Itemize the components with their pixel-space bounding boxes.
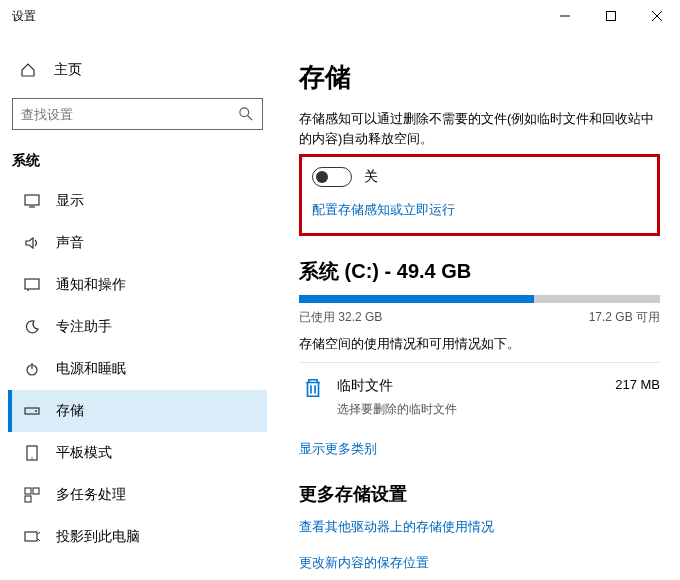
nav-multitasking[interactable]: 多任务处理: [8, 474, 267, 516]
nav-label: 电源和睡眠: [56, 360, 126, 378]
close-button[interactable]: [634, 0, 680, 32]
usage-bar-used: [299, 295, 534, 303]
tablet-icon: [22, 445, 42, 461]
drive-title: 系统 (C:) - 49.4 GB: [299, 258, 660, 285]
svg-rect-9: [25, 488, 31, 494]
change-save-location-link[interactable]: 更改新内容的保存位置: [299, 554, 660, 572]
usage-bar: [299, 295, 660, 303]
nav-label: 多任务处理: [56, 486, 126, 504]
message-icon: [22, 277, 42, 293]
usage-bar-free: [534, 295, 660, 303]
svg-rect-12: [25, 532, 37, 541]
nav-display[interactable]: 显示: [8, 180, 267, 222]
nav-focus-assist[interactable]: 专注助手: [8, 306, 267, 348]
nav-tablet-mode[interactable]: 平板模式: [8, 432, 267, 474]
search-icon: [230, 107, 262, 121]
nav-label: 通知和操作: [56, 276, 126, 294]
svg-point-1: [240, 108, 249, 117]
category-name: 临时文件: [337, 377, 615, 395]
free-label: 17.2 GB 可用: [589, 309, 660, 326]
svg-rect-10: [33, 488, 39, 494]
highlighted-section: 关 配置存储感知或立即运行: [299, 154, 660, 236]
nav-power-sleep[interactable]: 电源和睡眠: [8, 348, 267, 390]
power-icon: [22, 361, 42, 377]
nav-label: 显示: [56, 192, 84, 210]
svg-point-6: [35, 410, 37, 412]
configure-storage-sense-link[interactable]: 配置存储感知或立即运行: [312, 201, 647, 219]
storage-sense-description: 存储感知可以通过删除不需要的文件(例如临时文件和回收站中的内容)自动释放空间。: [299, 109, 660, 148]
svg-rect-11: [25, 496, 31, 502]
category-row[interactable]: 临时文件 选择要删除的临时文件 217 MB: [299, 362, 660, 428]
nav-sound[interactable]: 声音: [8, 222, 267, 264]
used-label: 已使用 32.2 GB: [299, 309, 382, 326]
search-input[interactable]: [13, 107, 230, 122]
minimize-button[interactable]: [542, 0, 588, 32]
display-icon: [22, 193, 42, 209]
multitask-icon: [22, 487, 42, 503]
home-icon: [20, 62, 40, 78]
search-input-wrap[interactable]: [12, 98, 263, 130]
category-desc: 选择要删除的临时文件: [337, 401, 615, 418]
show-more-categories-link[interactable]: 显示更多类别: [299, 440, 660, 458]
nav-label: 平板模式: [56, 444, 112, 462]
nav-notifications[interactable]: 通知和操作: [8, 264, 267, 306]
moon-icon: [22, 319, 42, 335]
nav-storage[interactable]: 存储: [8, 390, 267, 432]
toggle-knob: [316, 171, 328, 183]
home-label: 主页: [54, 61, 82, 79]
project-icon: [22, 529, 42, 545]
page-title: 存储: [299, 60, 660, 95]
storage-sense-toggle[interactable]: [312, 167, 352, 187]
home-button[interactable]: 主页: [8, 52, 267, 88]
window-title: 设置: [12, 8, 36, 25]
svg-rect-3: [25, 279, 39, 289]
svg-point-8: [31, 457, 32, 458]
nav-label: 声音: [56, 234, 84, 252]
usage-hint: 存储空间的使用情况和可用情况如下。: [299, 334, 660, 354]
trash-icon: [299, 377, 327, 399]
nav-label: 专注助手: [56, 318, 112, 336]
nav-projecting[interactable]: 投影到此电脑: [8, 516, 267, 558]
drive-icon: [22, 403, 42, 419]
maximize-button[interactable]: [588, 0, 634, 32]
svg-rect-0: [607, 12, 616, 21]
other-drives-link[interactable]: 查看其他驱动器上的存储使用情况: [299, 518, 660, 536]
speaker-icon: [22, 235, 42, 251]
section-title: 系统: [8, 134, 267, 180]
toggle-state-label: 关: [364, 168, 378, 186]
category-size: 217 MB: [615, 377, 660, 392]
more-storage-heading: 更多存储设置: [299, 482, 660, 506]
nav-label: 存储: [56, 402, 84, 420]
svg-rect-2: [25, 195, 39, 205]
nav-label: 投影到此电脑: [56, 528, 140, 546]
